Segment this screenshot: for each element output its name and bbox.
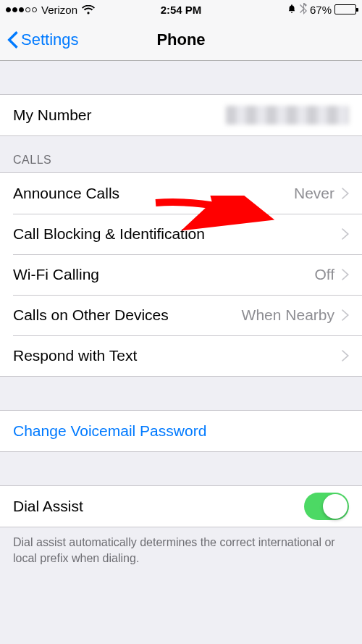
calls-other-devices-row[interactable]: Calls on Other Devices When Nearby	[0, 295, 362, 335]
status-bar: Verizon 2:54 PM 67%	[0, 0, 362, 19]
dial-assist-label: Dial Assist	[13, 498, 304, 515]
status-right: 67%	[201, 3, 356, 17]
change-voicemail-password-label: Change Voicemail Password	[13, 422, 349, 440]
call-blocking-label: Call Blocking & Identification	[13, 225, 334, 243]
switch-knob	[323, 494, 348, 519]
carrier-label: Verizon	[41, 4, 77, 16]
chevron-right-icon	[342, 269, 349, 280]
calls-section-header: CALLS	[0, 136, 362, 172]
back-button[interactable]: Settings	[7, 30, 79, 49]
chevron-left-icon	[7, 31, 18, 49]
announce-calls-label: Announce Calls	[13, 185, 294, 202]
my-number-group: My Number	[0, 94, 362, 136]
change-voicemail-password-row[interactable]: Change Voicemail Password	[0, 411, 362, 451]
nav-bar: Settings Phone	[0, 19, 362, 61]
status-time: 2:54 PM	[161, 4, 202, 16]
respond-with-text-row[interactable]: Respond with Text	[0, 335, 362, 376]
calls-other-devices-label: Calls on Other Devices	[13, 306, 242, 324]
battery-percent: 67%	[310, 4, 332, 16]
wifi-calling-row[interactable]: Wi-Fi Calling Off	[0, 254, 362, 295]
chevron-right-icon	[342, 228, 349, 240]
announce-calls-value: Never	[294, 185, 334, 202]
dial-assist-group: Dial Assist	[0, 485, 362, 527]
wifi-calling-label: Wi-Fi Calling	[13, 266, 314, 283]
wifi-icon	[82, 5, 95, 14]
back-label: Settings	[21, 30, 79, 49]
my-number-value-redacted	[226, 106, 349, 125]
dial-assist-toggle[interactable]	[304, 493, 349, 520]
wifi-calling-value: Off	[314, 266, 334, 283]
calls-group: Announce Calls Never Call Blocking & Ide…	[0, 172, 362, 377]
dial-assist-row: Dial Assist	[0, 486, 362, 527]
calls-other-devices-value: When Nearby	[242, 306, 334, 324]
voicemail-group: Change Voicemail Password	[0, 410, 362, 452]
alarm-icon	[287, 4, 297, 16]
respond-with-text-label: Respond with Text	[13, 347, 334, 364]
signal-strength-icon	[6, 7, 37, 12]
my-number-label: My Number	[13, 106, 226, 124]
chevron-right-icon	[342, 188, 349, 199]
my-number-row[interactable]: My Number	[0, 95, 362, 135]
dial-assist-footer: Dial assist automatically determines the…	[0, 527, 362, 580]
chevron-right-icon	[342, 350, 349, 361]
announce-calls-row[interactable]: Announce Calls Never	[0, 173, 362, 214]
chevron-right-icon	[342, 309, 349, 321]
bluetooth-icon	[300, 3, 307, 17]
battery-icon	[334, 4, 356, 14]
call-blocking-row[interactable]: Call Blocking & Identification	[0, 214, 362, 254]
status-left: Verizon	[6, 4, 161, 16]
